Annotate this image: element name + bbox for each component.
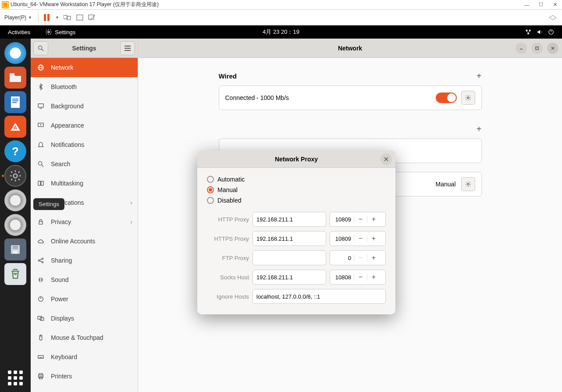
radio-disabled[interactable]: Disabled [207,197,386,204]
sidebar-item-notifications[interactable]: Notifications [31,135,138,154]
topbar-app-menu[interactable]: Settings [45,29,75,36]
send-ctrl-alt-del-icon[interactable] [64,14,71,21]
sidebar-item-background[interactable]: Background [31,96,138,116]
dock-disc1[interactable] [4,189,26,211]
multitask-icon [37,179,45,187]
svg-rect-29 [38,104,43,107]
dialog-body: Automatic Manual Disabled HTTP Proxy − +… [197,168,395,314]
dock-trash[interactable] [4,263,26,285]
sidebar-menu-button[interactable] [120,41,135,55]
dock-chromium[interactable] [4,42,26,64]
port-increment-button[interactable]: + [367,254,380,262]
desktop-icon [37,102,45,110]
radio-automatic[interactable]: Automatic [207,176,386,183]
hamburger-icon [124,46,131,51]
player-menu-button[interactable]: Player(P)▼ [3,14,34,21]
ignore-hosts-input[interactable] [253,289,386,304]
sidebar-item-appearance[interactable]: Appearance [31,116,138,135]
host-minimize-button[interactable]: — [520,0,534,10]
wired-toggle[interactable] [436,93,457,103]
port-increment-button[interactable]: + [367,235,380,242]
dock-disc2[interactable] [4,214,26,236]
network-icon [525,29,531,35]
minimize-button[interactable] [516,43,527,54]
power-dropdown[interactable]: ▼ [55,15,59,20]
https-proxy-label: HTTPS Proxy [207,235,249,242]
maximize-button[interactable] [531,43,543,54]
sidebar-item-mouse-touchpad[interactable]: Mouse & Touchpad [31,328,138,347]
sidebar-item-multitasking[interactable]: Multitasking [31,174,138,193]
host-close-button[interactable]: ✕ [548,0,562,10]
pause-icon[interactable] [43,14,51,21]
dock-disk[interactable] [4,239,26,260]
dock-help[interactable]: ? [4,140,26,162]
sidebar-item-privacy[interactable]: Privacy› [31,212,138,232]
sidebar-item-label: Sharing [51,257,72,264]
fullscreen-icon[interactable] [76,14,84,21]
svg-rect-20 [13,251,18,253]
sidebar-item-label: Keyboard [51,353,77,360]
sidebar-item-printers[interactable]: Printers [31,367,138,386]
https-proxy-host-input[interactable] [253,231,326,246]
svg-line-22 [42,49,43,51]
dock-writer[interactable] [4,91,26,113]
topbar-clock[interactable]: 4月 23 20：19 [263,28,299,36]
http-proxy-host-input[interactable] [253,212,326,227]
sidebar-item-network[interactable]: Network [31,58,138,77]
dock-software[interactable]: A [4,116,26,138]
displays-icon [37,314,45,322]
add-vpn-button[interactable]: + [477,124,482,134]
network-proxy-dialog: Network Proxy Automatic Manual Disabled … [197,150,395,314]
socks-host-input[interactable] [253,270,326,285]
sidebar-item-power[interactable]: Power [31,289,138,309]
proxy-settings-button[interactable] [461,177,475,191]
sidebar-item-sharing[interactable]: Sharing [31,251,138,270]
close-button[interactable] [547,43,558,54]
sidebar-item-bluetooth[interactable]: Bluetooth [31,77,138,96]
ftp-proxy-label: FTP Proxy [207,255,249,261]
dock-files[interactable] [4,67,26,89]
radio-manual[interactable]: Manual [207,186,386,193]
search-icon [37,45,44,52]
system-status-area[interactable] [525,29,554,35]
sidebar-item-online-accounts[interactable]: Online Accounts [31,232,138,251]
vmware-logo-icon [2,1,9,8]
port-decrement-button[interactable]: − [354,273,367,281]
port-decrement-button[interactable]: − [354,235,367,242]
port-increment-button[interactable]: + [367,273,380,281]
cycle-icon[interactable] [549,14,557,21]
https-proxy-port-input[interactable] [330,235,354,242]
vmware-toolbar: Player(P)▼ ▼ [0,10,562,25]
port-increment-button[interactable]: + [367,215,380,223]
sidebar-item-displays[interactable]: Displays [31,309,138,328]
vmware-titlebar: Ubuntu_64- VMware Workstation 17 Player … [0,0,562,10]
svg-rect-59 [536,47,538,50]
http-proxy-port-input[interactable] [330,216,354,223]
https-proxy-port: − + [330,231,386,246]
sidebar-item-label: Mouse & Touchpad [51,334,103,341]
add-wired-button[interactable]: + [477,71,482,81]
socks-host-label: Socks Host [207,274,249,281]
wired-status: Connected - 1000 Mb/s [225,94,436,101]
port-decrement-button[interactable]: − [354,215,367,223]
page-title: Network [338,45,362,52]
sidebar-search-button[interactable] [33,41,48,55]
activities-button[interactable]: Activities [8,29,30,36]
svg-rect-15 [12,102,17,103]
unity-icon[interactable] [88,14,96,21]
ftp-proxy-port-input[interactable] [330,255,354,261]
sidebar-item-keyboard[interactable]: Keyboard [31,347,138,367]
show-applications-button[interactable] [7,370,23,386]
ftp-proxy-host-input[interactable] [253,250,326,265]
svg-line-45 [39,259,42,260]
dock-settings[interactable] [4,165,26,187]
dialog-close-button[interactable] [381,153,392,165]
svg-rect-6 [526,30,528,32]
sidebar-item-sound[interactable]: Sound [31,270,138,289]
host-maximize-button[interactable]: ☐ [534,0,548,10]
wired-settings-button[interactable] [461,91,475,105]
sidebar-item-search[interactable]: Search [31,154,138,174]
http-proxy-label: HTTP Proxy [207,216,249,223]
socks-port-input[interactable] [330,274,354,281]
port-decrement-button[interactable]: − [354,254,367,262]
